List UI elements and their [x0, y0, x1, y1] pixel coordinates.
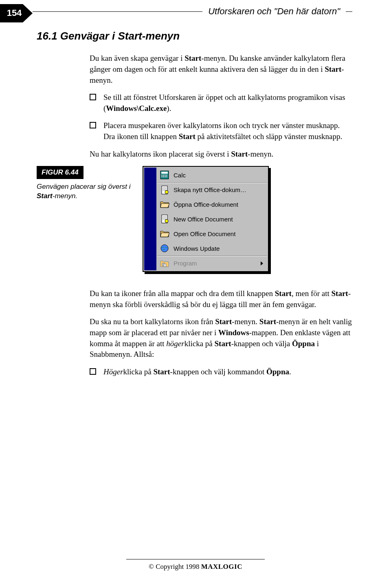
menu-item-calc[interactable]: Calc: [157, 168, 267, 182]
start-menu-vertical-bar: [144, 168, 156, 270]
menu-item-label: Open Office Document: [174, 230, 265, 238]
menu-item-new-office[interactable]: New Office Document: [157, 212, 267, 226]
checklist-text: Högerklicka på Start-knappen och välj ko…: [103, 367, 291, 378]
paragraph-2: Nu har kalkylatorns ikon placerat sig öv…: [90, 149, 352, 160]
checkbox-icon: [90, 94, 96, 100]
menu-item-label: Öppna Office-dokument: [174, 200, 265, 209]
folder-open-icon: [160, 229, 169, 239]
page-number-tab: 154: [0, 4, 33, 22]
paragraph-1: Du kan även skapa genvägar i Start-menyn…: [90, 53, 352, 86]
submenu-arrow-icon: [261, 261, 263, 265]
menu-item-label: Windows Update: [174, 244, 265, 253]
svg-rect-16: [163, 217, 167, 217]
checklist-item-1: Se till att fönstret Utforskaren är öppe…: [90, 92, 352, 114]
checklist-item-2: Placera muspekaren över kalkylatorns iko…: [90, 120, 352, 142]
svg-rect-1: [161, 172, 168, 174]
page-number: 154: [7, 7, 22, 20]
section-title: Genvägar i Start-menyn: [60, 30, 180, 42]
page-footer: © Copyright 1998 MAXLOGIC: [0, 559, 391, 572]
menu-item-label: Calc: [174, 171, 265, 179]
svg-rect-5: [166, 175, 167, 176]
paragraph-3: Du kan ta ikoner från alla mappar och dr…: [90, 288, 352, 310]
svg-rect-22: [164, 264, 166, 267]
checklist-text: Se till att fönstret Utforskaren är öppe…: [103, 92, 352, 114]
menu-item-open-office[interactable]: Open Office Document: [157, 226, 267, 241]
section-heading: 16.1 Genvägar i Start-menyn: [37, 29, 352, 43]
menu-item-windows-update[interactable]: Windows Update: [157, 241, 267, 256]
copyright-text: © Copyright 1998: [149, 563, 199, 570]
paragraph-4: Du ska nu ta bort kalkylatorns ikon från…: [90, 316, 352, 360]
svg-rect-9: [166, 176, 167, 177]
start-menu-screenshot: Calc Skapa nytt Office-dokum… Öppna Offi…: [143, 166, 269, 272]
programs-folder-icon: [160, 259, 169, 268]
figure-6-44: FIGUR 6.44 Genvägen placerar sig överst …: [37, 166, 352, 272]
header-rule-right: [346, 11, 352, 12]
svg-rect-7: [163, 176, 164, 177]
checkbox-icon: [90, 368, 96, 375]
brand-name: MAXLOGIC: [201, 563, 242, 570]
checkbox-icon: [90, 122, 96, 128]
start-menu-items: Calc Skapa nytt Office-dokum… Öppna Offi…: [157, 168, 267, 270]
svg-point-20: [161, 245, 168, 252]
calculator-icon: [160, 170, 169, 180]
checklist-item-3: Högerklicka på Start-knappen och välj ko…: [90, 367, 352, 378]
running-header: Utforskaren och "Den här datorn": [33, 5, 352, 18]
svg-rect-12: [163, 189, 167, 189]
svg-point-14: [165, 190, 168, 194]
svg-point-19: [165, 219, 168, 223]
svg-rect-6: [161, 176, 163, 177]
svg-rect-8: [165, 176, 166, 177]
folder-open-icon: [160, 199, 169, 209]
checklist-text: Placera muspekaren över kalkylatorns iko…: [103, 120, 352, 142]
globe-icon: [160, 243, 169, 253]
menu-item-program[interactable]: Program: [157, 256, 267, 270]
svg-rect-4: [165, 175, 166, 176]
svg-rect-11: [163, 188, 167, 188]
menu-item-oppna-office[interactable]: Öppna Office-dokument: [157, 197, 267, 212]
header-rule-left: [33, 11, 202, 12]
figure-caption: Genvägen placerar sig överst i Start-men…: [37, 182, 134, 201]
section-number: 16.1: [37, 30, 57, 42]
svg-rect-2: [161, 175, 163, 176]
new-document-icon: [160, 214, 169, 224]
svg-rect-17: [163, 218, 167, 218]
footer-rule: [126, 559, 265, 559]
new-document-icon: [160, 185, 169, 195]
menu-item-skapa-nytt[interactable]: Skapa nytt Office-dokum…: [157, 182, 267, 197]
running-header-title: Utforskaren och "Den här datorn": [202, 5, 346, 18]
menu-item-label: New Office Document: [174, 215, 265, 223]
figure-label: FIGUR 6.44: [37, 166, 83, 179]
svg-rect-3: [163, 175, 164, 176]
menu-item-label: Program: [174, 259, 261, 267]
menu-item-label: Skapa nytt Office-dokum…: [174, 186, 265, 194]
